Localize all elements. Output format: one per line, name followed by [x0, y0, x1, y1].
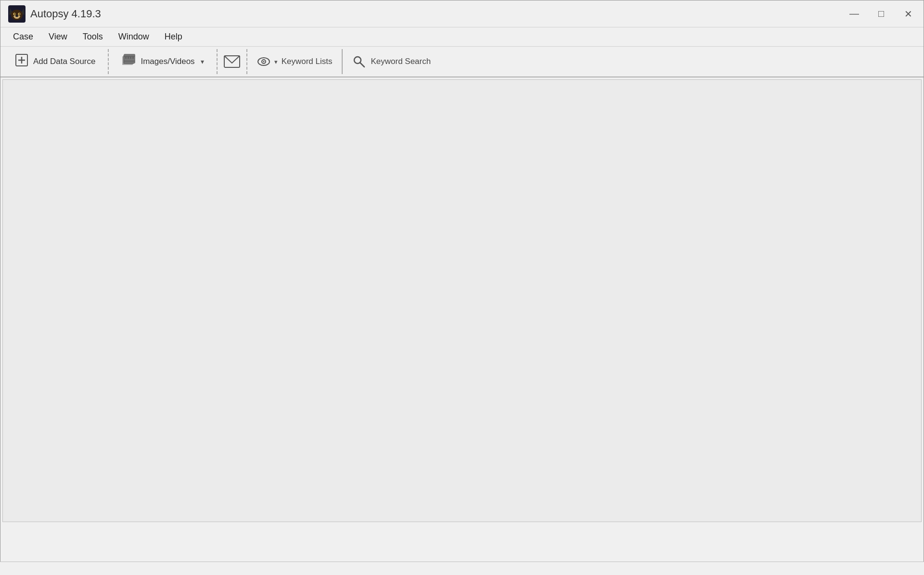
svg-rect-24: [132, 57, 134, 59]
svg-point-28: [263, 61, 264, 63]
svg-point-5: [15, 15, 18, 17]
keyword-lists-label: Keyword Lists: [282, 57, 333, 66]
close-button[interactable]: ✕: [900, 6, 916, 22]
images-videos-label: Images/Videos: [141, 57, 194, 66]
toolbar-separator-1: [108, 49, 109, 74]
menu-window[interactable]: Window: [112, 30, 156, 44]
minimize-button[interactable]: —: [847, 6, 862, 22]
keyword-search-icon: [352, 55, 366, 68]
svg-point-11: [18, 15, 20, 17]
images-videos-dropdown-icon: ▾: [201, 58, 204, 65]
images-videos-button[interactable]: Images/Videos ▾: [115, 50, 210, 74]
toolbar-separator-4: [342, 49, 343, 74]
svg-rect-23: [130, 57, 131, 59]
toolbar-group-images: Images/Videos ▾: [111, 50, 214, 74]
title-bar-left: Autopsy 4.19.3: [8, 5, 101, 23]
toolbar: Add Data Source: [0, 47, 924, 77]
dropdown-arrow-keyword-lists: ▾: [274, 58, 278, 65]
toolbar-separator-2: [217, 49, 218, 74]
images-videos-icon: [121, 53, 136, 70]
title-bar: Autopsy 4.19.3 — □ ✕: [0, 0, 924, 27]
maximize-button[interactable]: □: [873, 6, 889, 22]
svg-line-30: [360, 63, 365, 67]
menu-bar: Case View Tools Window Help: [0, 27, 924, 47]
svg-point-9: [19, 13, 20, 14]
toolbar-separator-3: [246, 49, 247, 74]
svg-point-10: [13, 15, 15, 17]
email-button[interactable]: [219, 50, 244, 73]
svg-rect-21: [125, 57, 127, 59]
keyword-lists-icon: [257, 55, 270, 68]
keyword-search-button[interactable]: Keyword Search: [345, 51, 438, 72]
menu-view[interactable]: View: [42, 30, 74, 44]
email-icon: [223, 55, 241, 68]
app-title: Autopsy 4.19.3: [30, 8, 101, 20]
add-data-source-button[interactable]: Add Data Source: [8, 50, 102, 74]
menu-case[interactable]: Case: [6, 30, 40, 44]
keyword-search-label: Keyword Search: [371, 57, 431, 66]
toolbar-group-datasource: Add Data Source: [4, 50, 106, 74]
title-bar-controls: — □ ✕: [847, 6, 916, 22]
add-datasource-icon: [15, 53, 28, 70]
status-bar: [0, 562, 924, 575]
svg-rect-22: [128, 57, 129, 59]
app-logo-icon: [8, 5, 26, 23]
menu-help[interactable]: Help: [158, 30, 189, 44]
svg-point-8: [14, 13, 15, 14]
main-content-area: [2, 79, 922, 522]
add-data-source-label: Add Data Source: [33, 57, 95, 66]
keyword-lists-button[interactable]: ▾ Keyword Lists: [249, 51, 340, 72]
menu-tools[interactable]: Tools: [76, 30, 110, 44]
main-content-wrapper: [0, 77, 924, 575]
